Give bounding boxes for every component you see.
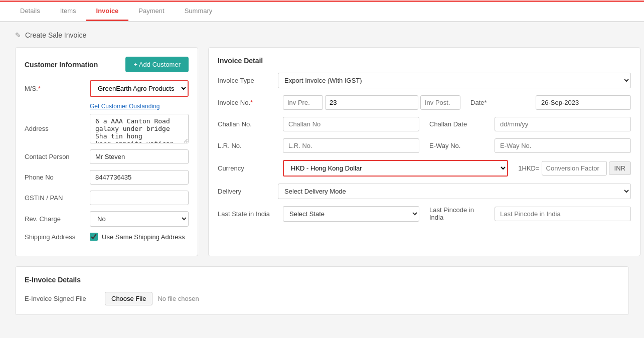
last-state-col: Last State in India Select State — [218, 206, 419, 222]
lr-no-label: L.R. No. — [218, 142, 278, 149]
ms-row: M/S.* GreenEarth Agro Products Ltd (Mr S… — [25, 80, 189, 97]
address-input[interactable]: 6 a AAA Canton Road galaxy under bridge … — [90, 114, 189, 143]
invoice-card-title: Invoice Detail — [218, 57, 263, 65]
address-row: Address 6 a AAA Canton Road galaxy under… — [25, 114, 189, 143]
challan-no-col: Challan No. — [218, 117, 419, 131]
delivery-label: Delivery — [218, 188, 278, 195]
currency-label: Currency — [218, 164, 278, 172]
use-same-shipping-checkbox[interactable] — [90, 233, 98, 241]
challan-date-label: Challan Date — [429, 120, 490, 128]
eway-no-col: E-Way No. — [429, 138, 631, 153]
tab-4[interactable]: Payment — [128, 2, 174, 21]
last-state-select[interactable]: Select State — [283, 206, 419, 222]
tab-5[interactable]: Summary — [175, 2, 223, 21]
delivery-select[interactable]: Select Delivery Mode By Road By Air By S… — [278, 184, 631, 199]
conv-factor-input[interactable] — [542, 161, 607, 176]
lr-no-input[interactable] — [283, 138, 419, 153]
signed-file-label: E-Invoice Signed File — [25, 295, 100, 302]
inr-badge: INR — [609, 161, 631, 175]
shipping-label: Shipping Address — [25, 233, 90, 241]
tab-2[interactable]: Items — [50, 2, 86, 21]
get-outstanding-link[interactable]: Get Customer Oustanding — [90, 103, 189, 110]
conv-factor-group: 1HKD= INR — [518, 161, 631, 176]
gstin-label: GSTIN / PAN — [25, 194, 90, 202]
invoice-detail-card: Invoice Detail Invoice Type Export Invoi… — [208, 47, 640, 256]
tab-3[interactable]: Invoice — [86, 2, 129, 21]
contact-row: Contact Person — [25, 149, 189, 164]
file-row: E-Invoice Signed File Choose File No fil… — [25, 292, 619, 305]
invoice-no-group — [283, 95, 460, 110]
add-customer-button[interactable]: + Add Customer — [125, 57, 189, 72]
ms-label: M/S.* — [25, 85, 90, 92]
last-pincode-col: Last Pincode in India — [429, 206, 631, 221]
gstin-row: GSTIN / PAN — [25, 191, 189, 205]
customer-card-title: Customer Information — [25, 61, 98, 69]
rev-charge-label: Rev. Charge — [25, 215, 90, 223]
inv-pre-input[interactable] — [283, 95, 323, 110]
currency-select[interactable]: HKD - Hong Kong Dollar USD - US Dollar E… — [284, 161, 507, 176]
phone-input[interactable] — [90, 170, 189, 185]
contact-input[interactable] — [90, 149, 189, 164]
choose-file-button[interactable]: Choose File — [105, 292, 152, 305]
shipping-row: Shipping Address Use Same Shipping Addre… — [25, 233, 189, 241]
tab-1[interactable]: Details — [10, 2, 50, 21]
address-label: Address — [25, 125, 90, 132]
e-invoice-title: E-Invoice Details — [25, 276, 619, 284]
e-invoice-section: E-Invoice Details E-Invoice Signed File … — [15, 266, 629, 315]
challan-date-input[interactable] — [495, 117, 631, 131]
delivery-row: Delivery Select Delivery Mode By Road By… — [218, 184, 631, 199]
contact-label: Contact Person — [25, 153, 90, 160]
challan-no-input[interactable] — [283, 117, 419, 131]
eway-no-input[interactable] — [495, 138, 631, 153]
use-same-shipping-wrapper: Use Same Shipping Address — [90, 233, 185, 241]
date-label: Date* — [470, 99, 531, 106]
customer-info-card: Customer Information + Add Customer M/S.… — [15, 47, 198, 256]
ms-select[interactable]: GreenEarth Agro Products Ltd (Mr Steven,… — [91, 81, 188, 96]
page-title: Create Sale Invoice — [25, 31, 86, 39]
tab-bar: Details Items Invoice Payment Summary — [0, 2, 644, 22]
last-state-label: Last State in India — [218, 210, 278, 218]
use-same-shipping-label: Use Same Shipping Address — [102, 233, 185, 241]
gstin-input[interactable] — [90, 191, 189, 205]
invoice-no-label: Invoice No.* — [218, 99, 278, 106]
rev-charge-select[interactable]: No Yes — [90, 211, 189, 227]
inv-num-input[interactable] — [325, 95, 418, 110]
no-file-text: No file chosen — [157, 295, 199, 302]
inv-post-input[interactable] — [420, 95, 460, 110]
eway-no-label: E-Way No. — [429, 142, 490, 149]
ms-field-wrapper: GreenEarth Agro Products Ltd (Mr Steven,… — [90, 80, 189, 97]
date-input[interactable] — [536, 95, 631, 110]
challan-date-col: Challan Date — [429, 117, 631, 131]
challan-no-label: Challan No. — [218, 120, 278, 128]
invoice-type-select[interactable]: Export Invoice (With IGST) — [278, 73, 631, 88]
currency-wrapper: HKD - Hong Kong Dollar USD - US Dollar E… — [283, 160, 508, 177]
date-col: Date* — [470, 95, 631, 110]
phone-row: Phone No — [25, 170, 189, 185]
invoice-type-row: Invoice Type Export Invoice (With IGST) — [218, 73, 631, 88]
conv-eq-label: 1HKD= — [518, 164, 539, 172]
page-title-bar: ✎ Create Sale Invoice — [15, 31, 629, 39]
last-pincode-label: Last Pincode in India — [429, 206, 490, 221]
edit-icon: ✎ — [15, 31, 21, 39]
phone-label: Phone No — [25, 174, 90, 181]
invoice-type-label: Invoice Type — [218, 77, 278, 84]
invoice-no-col: Invoice No.* — [218, 95, 460, 110]
lr-no-col: L.R. No. — [218, 138, 419, 153]
last-pincode-input[interactable] — [495, 207, 631, 221]
rev-charge-row: Rev. Charge No Yes — [25, 211, 189, 227]
